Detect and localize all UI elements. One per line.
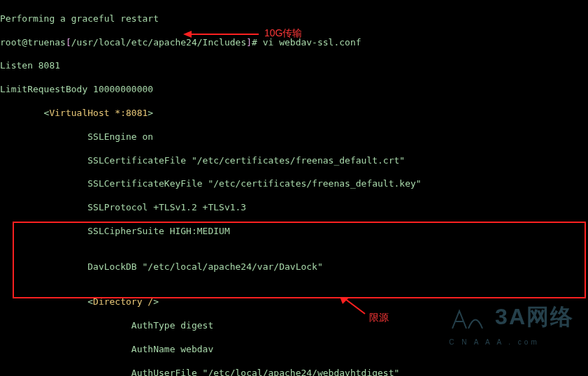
- line-sslengine: SSLEngine on: [0, 131, 588, 143]
- annotation-10g: 10G传输: [264, 27, 302, 39]
- arrow-limit-source-icon: [315, 297, 371, 318]
- line-listen: Listen 8081: [0, 60, 588, 72]
- annotation-limit-source: 限源: [369, 311, 389, 324]
- terminal-output: Performing a graceful restart root@truen…: [0, 0, 588, 376]
- line-restart: Performing a graceful restart: [0, 13, 588, 25]
- line-limit-request-body: LimitRequestBody 10000000000: [0, 84, 588, 96]
- line-virtualhost-open: <VirtualHost *:8081>: [0, 108, 588, 120]
- line-ssl-cipher: SSLCipherSuite HIGH:MEDIUM: [0, 226, 588, 238]
- line-ssl-protocol: SSLProtocol +TLSv1.2 +TLSv1.3: [0, 202, 588, 214]
- line-authname: AuthName webdav: [0, 344, 588, 356]
- line-ssl-cert-file: SSLCertificateFile "/etc/certificates/fr…: [0, 155, 588, 167]
- svg-marker-1: [183, 31, 192, 38]
- line-authuserfile: AuthUserFile "/etc/local/apache24/webdav…: [0, 368, 588, 376]
- line-ssl-key-file: SSLCertificateKeyFile "/etc/certificates…: [0, 178, 588, 190]
- line-davlockdb: DavLockDB "/etc/local/apache24/var/DavLo…: [0, 261, 588, 273]
- arrow-10g-icon: [183, 29, 260, 39]
- line-authtype: AuthType digest: [0, 320, 588, 332]
- line-directory-open: <Directory />: [0, 296, 588, 308]
